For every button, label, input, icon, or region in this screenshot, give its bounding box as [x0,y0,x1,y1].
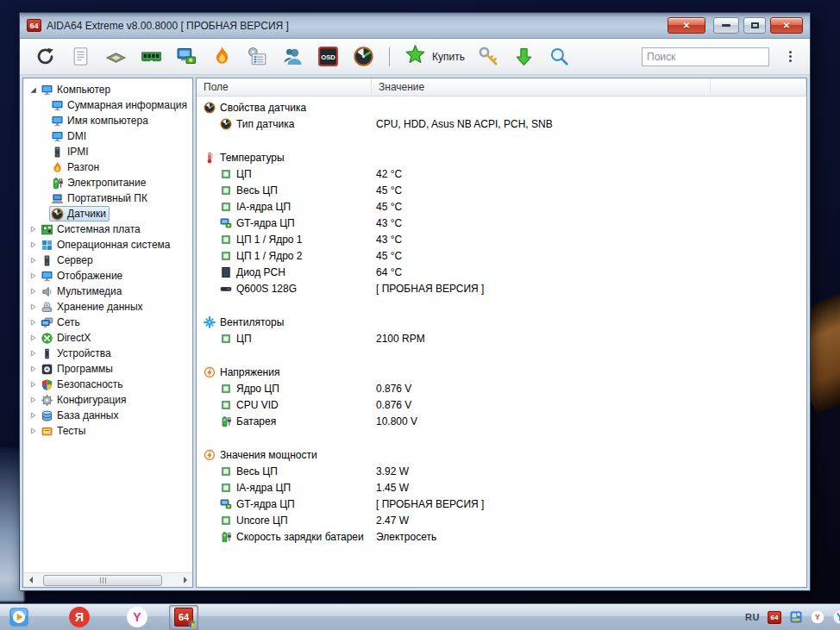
table-row[interactable]: IA-ядра ЦП1.45 W [197,479,806,496]
sidebar-horizontal-scrollbar[interactable] [23,572,192,587]
section-row[interactable]: Значения мощности [197,446,806,463]
sidebar-item-компьютер[interactable]: Компьютер [23,82,192,97]
table-row[interactable]: GT-ядра ЦП[ ПРОБНАЯ ВЕРСИЯ ] [197,496,806,512]
expand-arrow[interactable] [27,396,39,404]
column-header-value[interactable]: Значение [372,78,711,96]
expand-arrow[interactable] [27,271,39,280]
sidebar-item-электропитание[interactable]: Электропитание [23,175,192,190]
scroll-left-arrow[interactable] [23,573,38,587]
sidebar-item-портативный-пк[interactable]: Портативный ПК [23,190,192,206]
tray-clipped-tray-icon[interactable] [832,609,840,625]
scroll-right-arrow[interactable] [178,573,192,587]
table-row[interactable]: Весь ЦП3.92 W [197,463,806,479]
row-label: IA-ядра ЦП [236,482,291,494]
taskbar-button-yandex[interactable]: Я [65,605,94,630]
tray-aida64-tray-icon[interactable]: 64 [768,611,781,624]
table-row[interactable]: IA-ядра ЦП45 °C [197,198,806,215]
tray-yandex-tray-icon[interactable]: Y [811,610,824,624]
table-row[interactable]: Скорость зарядки батареиЭлектросеть [197,528,806,545]
sidebar-item-разгон[interactable]: Разгон [23,159,192,175]
search-input[interactable] [642,47,769,66]
sidebar-item-программы[interactable]: Программы [23,361,192,377]
memory-toolbar-button[interactable] [140,46,162,68]
osd-toolbar-button[interactable]: OSD [317,46,339,68]
sidebar-item-ipmi[interactable]: IPMI [23,144,192,159]
titlebar[interactable]: 64 AIDA64 Extreme v8.00.8000 [ ПРОБНАЯ В… [20,13,810,39]
sidebar-item-безопасность[interactable]: Безопасность [23,377,192,392]
sidebar-item-конфигурация[interactable]: Конфигурация [23,392,192,408]
scroll-thumb[interactable] [43,575,162,586]
expand-arrow[interactable] [27,318,39,327]
table-row[interactable]: Батарея10.800 V [197,413,806,429]
taskbar-button-media-player[interactable] [4,605,34,630]
table-row[interactable]: Тип датчикаCPU, HDD, Asus NB ACPI, PCH, … [197,115,806,132]
sidebar-item-суммарная-информация[interactable]: Суммарная информация [23,97,192,113]
sidebar-item-сервер[interactable]: Сервер [23,253,192,268]
table-row[interactable]: Ядро ЦП0.876 V [197,380,806,396]
video-toolbar-button[interactable] [175,46,197,68]
expand-arrow[interactable] [27,303,39,311]
expand-arrow[interactable] [27,287,39,296]
extra-close-button[interactable]: ✕ [668,17,705,34]
buy-button[interactable]: Купить [404,44,465,69]
search-toolbar-button[interactable] [549,46,571,68]
sidebar-item-датчики[interactable]: Датчики [23,206,192,221]
sidebar-item-имя-компьютера[interactable]: Имя компьютера [23,113,192,128]
expand-arrow[interactable] [27,256,39,265]
section-row[interactable]: Вентиляторы [197,314,806,330]
flame-toolbar-button[interactable] [210,46,233,68]
table-row[interactable]: ЦП2100 RPM [197,330,806,346]
sidebar-item-хранение-данных[interactable]: Хранение данных [23,299,192,315]
sidebar-item-сеть[interactable]: Сеть [23,315,192,330]
table-row[interactable]: Q600S 128G[ ПРОБНАЯ ВЕРСИЯ ] [197,280,806,296]
expand-arrow[interactable] [27,427,39,435]
sidebar-item-label: Тесты [54,425,88,437]
section-row[interactable]: Свойства датчика [197,99,806,115]
column-header-field[interactable]: Поле [197,78,372,96]
sidebar-item-отображение[interactable]: Отображение [23,268,192,284]
taskbar-button-yandex-browser[interactable]: Y [122,605,152,630]
sidebar-item-directx[interactable]: DirectX [23,330,192,346]
tray-language-indicator[interactable]: RU [745,612,760,622]
sidebar-item-тесты[interactable]: Тесты [23,423,192,439]
sidebar-item-устройства[interactable]: Устройства [23,346,192,361]
sidebar-item-мультимедиа[interactable]: Мультимедиа [23,284,192,299]
report-toolbar-button[interactable] [69,46,91,68]
table-row[interactable]: Uncore ЦП2.47 W [197,512,806,528]
table-row[interactable]: Диод PCH64 °C [197,264,806,280]
refresh-toolbar-button[interactable] [34,46,56,68]
table-row[interactable]: GT-ядра ЦП43 °C [197,215,806,231]
table-row[interactable]: Весь ЦП45 °C [197,182,806,198]
maximize-button[interactable] [743,17,766,34]
expand-arrow[interactable] [27,349,39,358]
sidebar-item-операционная-система[interactable]: Операционная система [23,237,192,253]
expand-arrow[interactable] [27,85,39,94]
sidebar-item-label: Разгон [65,161,102,173]
download-toolbar-button[interactable] [513,46,536,68]
overflow-menu-button[interactable] [782,46,798,68]
close-button[interactable]: ✕ [770,17,803,34]
gauge-toolbar-button[interactable] [352,46,374,68]
cpu-toolbar-button[interactable] [104,46,127,68]
table-row[interactable]: ЦП42 °C [197,165,806,182]
user-toolbar-button[interactable] [281,46,304,68]
table-row[interactable]: ЦП 1 / Ядро 143 °C [197,231,806,247]
expand-arrow[interactable] [27,380,39,389]
table-row[interactable]: ЦП 1 / Ядро 245 °C [197,247,806,264]
sidebar-item-dmi[interactable]: DMI [23,128,192,144]
taskbar-button-aida64[interactable]: 64 [169,605,198,630]
table-row[interactable]: CPU VID0.876 V [197,396,806,413]
minimize-button[interactable] [713,17,739,34]
section-row[interactable]: Температуры [197,149,806,165]
tray-hardware-monitor-tray-icon[interactable] [789,610,803,624]
section-row[interactable]: Напряжения [197,364,806,380]
key-toolbar-button[interactable] [478,46,500,68]
preferences-toolbar-button[interactable] [246,46,268,68]
expand-arrow[interactable] [27,365,39,373]
sidebar-item-системная-плата[interactable]: Системная плата [23,221,192,237]
sidebar-item-база-данных[interactable]: База данных [23,408,192,423]
expand-arrow[interactable] [27,334,39,342]
expand-arrow[interactable] [27,411,39,420]
expand-arrow[interactable] [27,225,39,234]
expand-arrow[interactable] [27,240,39,249]
